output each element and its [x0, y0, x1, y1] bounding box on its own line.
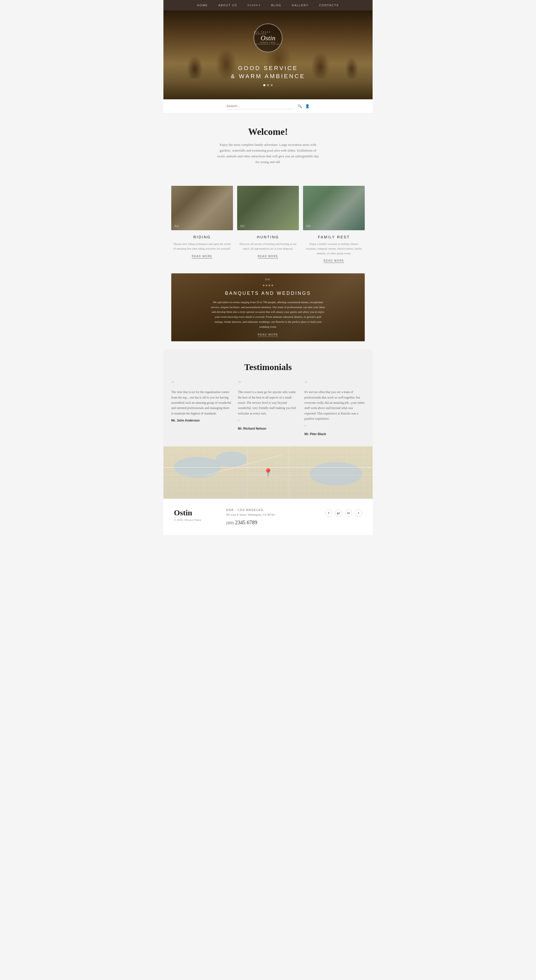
quote-close-3: " [304, 424, 365, 430]
map-road-v1 [247, 446, 247, 499]
tagline-line2: & WARM AMBIENCE [231, 73, 305, 80]
riding-read-more[interactable]: READ MORE [192, 255, 212, 258]
footer-copyright: © 2016 | Privacy Policy [174, 518, 216, 521]
family-read-more[interactable]: READ MORE [324, 259, 345, 263]
map-road-h1 [163, 467, 373, 468]
logo-since: SINCE 1952 [260, 41, 276, 43]
hero-tagline: GOOD SERVICE & WARM AMBIENCE [231, 64, 305, 81]
quote-open-2: " [238, 380, 298, 387]
family-image: 03/ [303, 186, 365, 230]
testimonial-author-2: Mr. Richard Nelson [238, 427, 298, 430]
riding-image: 01/ [171, 186, 233, 230]
quote-open-1: " [171, 380, 232, 387]
search-bar: 🔍 👤 [163, 99, 373, 113]
map-pin: 📍 [263, 468, 273, 477]
tagline-line1: GOOD SERVICE [238, 65, 298, 72]
welcome-title: Welcome! [184, 126, 352, 137]
service-card-riding: 01/ RIDING Master new riding techniques … [171, 186, 233, 263]
nav-pages[interactable]: PAGES ▾ [247, 4, 261, 6]
quote-open-3: " [304, 380, 365, 387]
footer-city: USA - LOS ANGELES, [226, 508, 314, 511]
banquet-section: 04/ ★★★★ BANQUETS AND WEDDINGS We specia… [171, 274, 365, 341]
quote-close-2: " [238, 418, 298, 425]
family-num: 03/ [306, 224, 311, 228]
map-road-d2 [247, 472, 312, 484]
user-icon[interactable]: 👤 [305, 104, 309, 108]
riding-title: RIDING [193, 235, 211, 239]
footer-phone-small: (800) [226, 521, 235, 525]
footer-address: USA - LOS ANGELES, 901 East E Street, Wi… [226, 508, 314, 526]
nav-about[interactable]: ABOUT US [219, 4, 237, 7]
social-google[interactable]: g+ [335, 509, 342, 517]
footer: Ostin © 2016 | Privacy Policy USA - LOS … [163, 499, 373, 535]
testimonial-text-1: The tone that is set for the organizatio… [171, 390, 232, 416]
map-road-v2 [289, 446, 289, 499]
hunting-title: HUNTING [257, 235, 279, 239]
riding-num: 01/ [174, 224, 179, 228]
social-facebook[interactable]: f [325, 509, 332, 517]
testimonial-text-3: It's not too often that you see a team o… [304, 390, 365, 421]
banquet-read-more[interactable]: READ MORE [258, 333, 278, 337]
testimonial-2: " This resort is a must go for anyone wh… [238, 380, 298, 436]
banquet-stars: ★★★★ [262, 283, 274, 288]
riding-description: Master new riding techniques and open th… [171, 242, 233, 251]
map-water-3 [310, 462, 362, 485]
search-icon[interactable]: 🔍 [298, 104, 302, 108]
footer-addr: 901 East E Street, Wilmington, CA 90744 [226, 512, 314, 517]
hero-logo: BIG TEXAS RANCHO Ostin SINCE 1952 HORSEB… [254, 24, 282, 52]
testimonial-3: " It's not too often that you see a team… [304, 380, 365, 436]
hero-section: BIG TEXAS RANCHO Ostin SINCE 1952 HORSEB… [163, 10, 373, 99]
hero-dots [263, 84, 273, 86]
footer-phone-main: 2345 6789 [235, 520, 257, 525]
testimonials-title: Testimonials [171, 362, 365, 372]
testimonial-author-1: Mr. John Anderson [171, 418, 232, 422]
banquet-title: BANQUETS AND WEDDINGS [225, 291, 311, 296]
logo-brand: Ostin [261, 35, 275, 41]
nav-home[interactable]: HOME [197, 4, 208, 7]
testimonial-author-3: Mr. Piter Black [304, 432, 365, 436]
nav-contacts[interactable]: CONTACTS [319, 4, 339, 7]
footer-logo: Ostin © 2016 | Privacy Policy [174, 508, 216, 521]
service-card-family: 03/ FAMILY REST Enjoy a family vacation … [303, 186, 365, 263]
testimonial-1: " The tone that is set for the organizat… [171, 380, 232, 436]
hunting-read-more[interactable]: READ MORE [258, 255, 278, 258]
banquet-num: 04/ [265, 278, 271, 281]
map-water-2 [216, 452, 247, 467]
testimonials-section: Testimonials " The tone that is set for … [163, 349, 373, 446]
hero-dot-1[interactable] [263, 84, 265, 86]
social-linkedin[interactable]: in [345, 509, 352, 517]
hero-dot-2[interactable] [267, 84, 269, 86]
footer-social: f g+ in t [325, 508, 362, 517]
logo-bottom-text: HORSEBACK RIDING [256, 43, 280, 45]
nav-gallery[interactable]: GALLERY [292, 4, 309, 7]
footer-brand-name: Ostin [174, 508, 216, 517]
welcome-description: Enjoy the most complete family adventure… [216, 142, 320, 165]
hunting-image: 02/ [237, 186, 299, 230]
nav-blog[interactable]: BLOG [271, 4, 281, 7]
navigation: HOME ABOUT US PAGES ▾ BLOG GALLERY CONTA… [163, 0, 373, 10]
hunting-num: 02/ [240, 224, 245, 228]
banquet-description: We specialize in events ranging from 16 … [205, 300, 331, 329]
service-cards: 01/ RIDING Master new riding techniques … [163, 186, 373, 271]
search-input[interactable] [227, 103, 294, 109]
hunting-description: Discover all secrets of hunting and fowl… [237, 242, 299, 251]
testimonial-text-2: This resort is a must go for anyone who … [238, 390, 298, 416]
family-title: FAMILY REST [318, 235, 350, 239]
social-twitter[interactable]: t [355, 509, 362, 517]
testimonials-grid: " The tone that is set for the organizat… [171, 380, 365, 436]
family-description: Enjoy a family vacation or holiday, fitn… [303, 242, 365, 256]
welcome-section: Welcome! Enjoy the most complete family … [163, 113, 373, 186]
service-card-hunting: 02/ HUNTING Discover all secrets of hunt… [237, 186, 299, 263]
footer-phone: (800) 2345 6789 [226, 520, 314, 525]
map-section[interactable]: 📍 [163, 446, 373, 499]
hero-dot-3[interactable] [271, 84, 273, 86]
